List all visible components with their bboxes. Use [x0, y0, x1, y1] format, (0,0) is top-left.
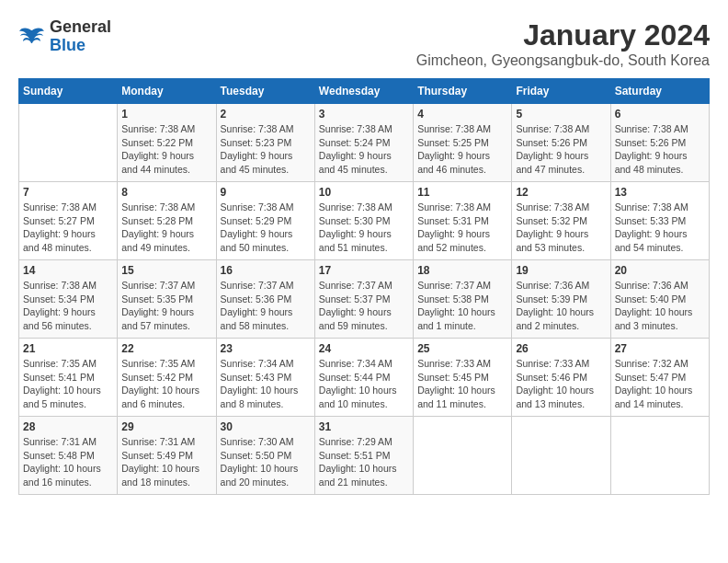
day-info: Sunrise: 7:38 AMSunset: 5:22 PMDaylight:…	[121, 122, 211, 177]
logo-text-blue: Blue	[50, 37, 111, 55]
calendar-cell: 18Sunrise: 7:37 AMSunset: 5:38 PMDayligh…	[414, 260, 512, 339]
header: General Blue January 2024 Gimcheon, Gyeo…	[18, 18, 710, 69]
calendar-cell: 30Sunrise: 7:30 AMSunset: 5:50 PMDayligh…	[216, 417, 314, 495]
day-number: 24	[319, 342, 409, 355]
day-info: Sunrise: 7:29 AMSunset: 5:51 PMDaylight:…	[319, 435, 409, 489]
calendar-cell: 11Sunrise: 7:38 AMSunset: 5:31 PMDayligh…	[414, 182, 512, 260]
day-number: 16	[221, 264, 311, 277]
header-day-monday: Monday	[118, 79, 216, 104]
day-info: Sunrise: 7:38 AMSunset: 5:29 PMDaylight:…	[221, 201, 311, 255]
day-number: 6	[615, 108, 705, 121]
logo: General Blue	[18, 18, 111, 55]
calendar-cell: 29Sunrise: 7:31 AMSunset: 5:49 PMDayligh…	[118, 417, 216, 495]
day-number: 30	[221, 420, 311, 433]
day-info: Sunrise: 7:36 AMSunset: 5:39 PMDaylight:…	[516, 279, 606, 333]
day-info: Sunrise: 7:38 AMSunset: 5:28 PMDaylight:…	[121, 201, 211, 255]
day-number: 27	[615, 342, 705, 355]
calendar-cell: 21Sunrise: 7:35 AMSunset: 5:41 PMDayligh…	[19, 339, 118, 417]
day-info: Sunrise: 7:31 AMSunset: 5:48 PMDaylight:…	[23, 435, 113, 489]
calendar-cell: 4Sunrise: 7:38 AMSunset: 5:25 PMDaylight…	[414, 104, 512, 182]
day-number: 2	[221, 108, 311, 121]
calendar-cell: 16Sunrise: 7:37 AMSunset: 5:36 PMDayligh…	[216, 260, 314, 339]
day-number: 28	[23, 420, 113, 433]
calendar-cell	[19, 104, 118, 182]
day-number: 14	[23, 264, 113, 277]
calendar-week-2: 7Sunrise: 7:38 AMSunset: 5:27 PMDaylight…	[19, 182, 710, 260]
calendar-cell: 15Sunrise: 7:37 AMSunset: 5:35 PMDayligh…	[118, 260, 216, 339]
calendar-cell: 27Sunrise: 7:32 AMSunset: 5:47 PMDayligh…	[610, 339, 709, 417]
day-info: Sunrise: 7:38 AMSunset: 5:31 PMDaylight:…	[417, 201, 507, 255]
day-number: 29	[121, 420, 211, 433]
day-info: Sunrise: 7:36 AMSunset: 5:40 PMDaylight:…	[615, 279, 705, 333]
calendar-cell: 1Sunrise: 7:38 AMSunset: 5:22 PMDaylight…	[118, 104, 216, 182]
calendar-cell	[512, 417, 610, 495]
day-number: 12	[516, 186, 606, 199]
calendar-cell: 2Sunrise: 7:38 AMSunset: 5:23 PMDaylight…	[216, 104, 314, 182]
day-number: 4	[417, 108, 507, 121]
day-info: Sunrise: 7:32 AMSunset: 5:47 PMDaylight:…	[615, 357, 705, 411]
calendar-cell	[414, 417, 512, 495]
header-day-sunday: Sunday	[19, 79, 118, 104]
calendar-cell: 19Sunrise: 7:36 AMSunset: 5:39 PMDayligh…	[512, 260, 610, 339]
day-info: Sunrise: 7:37 AMSunset: 5:36 PMDaylight:…	[221, 279, 311, 333]
day-number: 8	[121, 186, 211, 199]
logo-icon	[18, 26, 46, 48]
calendar-cell: 6Sunrise: 7:38 AMSunset: 5:26 PMDaylight…	[610, 104, 709, 182]
day-number: 3	[319, 108, 409, 121]
calendar-cell	[610, 417, 709, 495]
day-number: 21	[23, 342, 113, 355]
calendar-cell: 24Sunrise: 7:34 AMSunset: 5:44 PMDayligh…	[314, 339, 413, 417]
calendar-cell: 9Sunrise: 7:38 AMSunset: 5:29 PMDaylight…	[216, 182, 314, 260]
calendar-week-3: 14Sunrise: 7:38 AMSunset: 5:34 PMDayligh…	[19, 260, 710, 339]
day-info: Sunrise: 7:38 AMSunset: 5:32 PMDaylight:…	[516, 201, 606, 255]
day-number: 13	[615, 186, 705, 199]
day-number: 11	[417, 186, 507, 199]
calendar-cell: 25Sunrise: 7:33 AMSunset: 5:45 PMDayligh…	[414, 339, 512, 417]
day-info: Sunrise: 7:35 AMSunset: 5:41 PMDaylight:…	[23, 357, 113, 411]
title-section: January 2024 Gimcheon, Gyeongsangbuk-do,…	[416, 18, 710, 69]
calendar-cell: 20Sunrise: 7:36 AMSunset: 5:40 PMDayligh…	[610, 260, 709, 339]
day-info: Sunrise: 7:37 AMSunset: 5:38 PMDaylight:…	[417, 279, 507, 333]
day-info: Sunrise: 7:38 AMSunset: 5:26 PMDaylight:…	[516, 122, 606, 177]
calendar-cell: 5Sunrise: 7:38 AMSunset: 5:26 PMDaylight…	[512, 104, 610, 182]
header-day-wednesday: Wednesday	[314, 79, 413, 104]
calendar-cell: 8Sunrise: 7:38 AMSunset: 5:28 PMDaylight…	[118, 182, 216, 260]
header-day-thursday: Thursday	[414, 79, 512, 104]
day-number: 26	[516, 342, 606, 355]
calendar-cell: 10Sunrise: 7:38 AMSunset: 5:30 PMDayligh…	[314, 182, 413, 260]
calendar-cell: 12Sunrise: 7:38 AMSunset: 5:32 PMDayligh…	[512, 182, 610, 260]
day-number: 1	[121, 108, 211, 121]
day-number: 5	[516, 108, 606, 121]
day-info: Sunrise: 7:30 AMSunset: 5:50 PMDaylight:…	[221, 435, 311, 489]
day-info: Sunrise: 7:31 AMSunset: 5:49 PMDaylight:…	[121, 435, 211, 489]
calendar-cell: 7Sunrise: 7:38 AMSunset: 5:27 PMDaylight…	[19, 182, 118, 260]
calendar-cell: 13Sunrise: 7:38 AMSunset: 5:33 PMDayligh…	[610, 182, 709, 260]
logo-text-general: General	[50, 18, 111, 37]
main-title: January 2024	[416, 18, 710, 52]
day-info: Sunrise: 7:38 AMSunset: 5:25 PMDaylight:…	[417, 122, 507, 177]
day-info: Sunrise: 7:38 AMSunset: 5:34 PMDaylight:…	[23, 279, 113, 333]
day-info: Sunrise: 7:33 AMSunset: 5:46 PMDaylight:…	[516, 357, 606, 411]
day-info: Sunrise: 7:33 AMSunset: 5:45 PMDaylight:…	[417, 357, 507, 411]
subtitle: Gimcheon, Gyeongsangbuk-do, South Korea	[416, 52, 710, 69]
day-number: 17	[319, 264, 409, 277]
calendar-week-4: 21Sunrise: 7:35 AMSunset: 5:41 PMDayligh…	[19, 339, 710, 417]
calendar-cell: 28Sunrise: 7:31 AMSunset: 5:48 PMDayligh…	[19, 417, 118, 495]
day-info: Sunrise: 7:38 AMSunset: 5:30 PMDaylight:…	[319, 201, 409, 255]
calendar-cell: 17Sunrise: 7:37 AMSunset: 5:37 PMDayligh…	[314, 260, 413, 339]
calendar-week-5: 28Sunrise: 7:31 AMSunset: 5:48 PMDayligh…	[19, 417, 710, 495]
day-info: Sunrise: 7:38 AMSunset: 5:23 PMDaylight:…	[221, 122, 311, 177]
calendar-cell: 26Sunrise: 7:33 AMSunset: 5:46 PMDayligh…	[512, 339, 610, 417]
calendar-week-1: 1Sunrise: 7:38 AMSunset: 5:22 PMDaylight…	[19, 104, 710, 182]
calendar-cell: 31Sunrise: 7:29 AMSunset: 5:51 PMDayligh…	[314, 417, 413, 495]
calendar-cell: 14Sunrise: 7:38 AMSunset: 5:34 PMDayligh…	[19, 260, 118, 339]
day-info: Sunrise: 7:37 AMSunset: 5:35 PMDaylight:…	[121, 279, 211, 333]
day-number: 18	[417, 264, 507, 277]
day-number: 15	[121, 264, 211, 277]
day-number: 25	[417, 342, 507, 355]
day-number: 19	[516, 264, 606, 277]
day-info: Sunrise: 7:34 AMSunset: 5:43 PMDaylight:…	[221, 357, 311, 411]
day-number: 10	[319, 186, 409, 199]
calendar-cell: 23Sunrise: 7:34 AMSunset: 5:43 PMDayligh…	[216, 339, 314, 417]
day-number: 20	[615, 264, 705, 277]
